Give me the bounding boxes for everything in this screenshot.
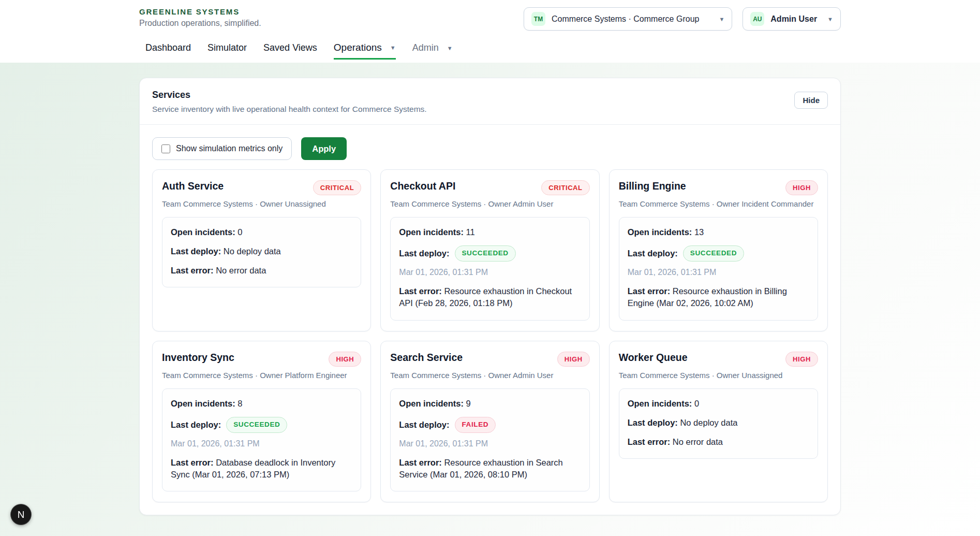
simulation-metrics-checkbox[interactable] [161, 144, 170, 153]
deploy-time: Mar 01, 2026, 01:31 PM [399, 438, 488, 450]
apply-button[interactable]: Apply [301, 137, 347, 160]
brand-tagline: Production operations, simplified. [139, 19, 261, 28]
severity-badge: HIGH [785, 352, 818, 367]
main-nav: Dashboard Simulator Saved Views Operatio… [139, 42, 841, 60]
chevron-down-icon: ▼ [447, 45, 453, 51]
metrics-box: Open incidents: 11 Last deploy: SUCCEEDE… [390, 217, 589, 321]
nav-item-operations[interactable]: Operations ▼ [334, 42, 396, 60]
open-incidents-line: Open incidents: 11 [399, 226, 581, 238]
metrics-box: Open incidents: 8 Last deploy: SUCCEEDED… [162, 388, 361, 492]
last-deploy-line: Last deploy: SUCCEEDED Mar 01, 2026, 01:… [399, 245, 581, 278]
open-incidents-line: Open incidents: 9 [399, 398, 581, 410]
service-meta: Team Commerce Systems · Owner Admin User [390, 199, 589, 208]
service-card-billing-engine: Billing Engine HIGH Team Commerce System… [609, 169, 828, 331]
nav-item-admin[interactable]: Admin ▼ [412, 42, 453, 60]
team-selector[interactable]: TM Commerce Systems · Commerce Group ▼ [524, 7, 732, 31]
services-panel: Services Service inventory with live ope… [139, 78, 841, 515]
deploy-status-badge: SUCCEEDED [683, 245, 744, 262]
last-error-line: Last error: Resource exhaustion in Searc… [399, 457, 581, 481]
last-deploy-line: Last deploy: SUCCEEDED Mar 01, 2026, 01:… [628, 245, 809, 278]
metrics-box: Open incidents: 0 Last deploy: No deploy… [162, 217, 361, 287]
service-name: Auth Service [162, 180, 224, 192]
site-header: GREENLINE SYSTEMS Production operations,… [0, 0, 980, 63]
simulation-metrics-checkbox-field[interactable]: Show simulation metrics only [152, 137, 292, 160]
service-name: Billing Engine [619, 180, 686, 192]
service-meta: Team Commerce Systems · Owner Platform E… [162, 371, 361, 380]
team-badge: TM [531, 12, 545, 26]
metrics-box: Open incidents: 0 Last deploy: No deploy… [619, 388, 818, 459]
hide-panel-button[interactable]: Hide [794, 92, 828, 109]
brand-block: GREENLINE SYSTEMS Production operations,… [139, 7, 261, 28]
severity-badge: CRITICAL [313, 180, 361, 195]
deploy-status-badge: SUCCEEDED [455, 245, 516, 262]
service-meta: Team Commerce Systems · Owner Admin User [390, 371, 589, 380]
metrics-box: Open incidents: 13 Last deploy: SUCCEEDE… [619, 217, 818, 321]
simulation-metrics-label: Show simulation metrics only [176, 144, 283, 153]
user-avatar: AU [750, 12, 764, 26]
service-card-checkout-api: Checkout API CRITICAL Team Commerce Syst… [380, 169, 599, 331]
last-error-line: Last error: No error data [628, 436, 809, 448]
deploy-status-badge: FAILED [455, 417, 496, 433]
nav-item-saved-views[interactable]: Saved Views [263, 42, 317, 60]
last-deploy-line: Last deploy: No deploy data [628, 417, 809, 429]
last-deploy-line: Last deploy: FAILED Mar 01, 2026, 01:31 … [399, 417, 581, 450]
service-card-search-service: Search Service HIGH Team Commerce System… [380, 341, 599, 503]
severity-badge: CRITICAL [541, 180, 589, 195]
deploy-status-badge: SUCCEEDED [226, 417, 287, 433]
service-card-auth-service: Auth Service CRITICAL Team Commerce Syst… [152, 169, 371, 331]
chevron-down-icon: ▼ [719, 16, 724, 22]
filter-row: Show simulation metrics only Apply [152, 137, 828, 160]
main-content: Services Service inventory with live ope… [139, 78, 841, 515]
open-incidents-line: Open incidents: 8 [171, 398, 352, 410]
panel-title: Services [152, 90, 427, 100]
deploy-time: Mar 01, 2026, 01:31 PM [628, 267, 717, 278]
severity-badge: HIGH [785, 180, 818, 195]
open-incidents-line: Open incidents: 0 [628, 398, 809, 410]
deploy-time: Mar 01, 2026, 01:31 PM [399, 267, 488, 278]
panel-header-text: Services Service inventory with live ope… [152, 90, 427, 114]
service-meta: Team Commerce Systems · Owner Unassigned [619, 371, 818, 380]
metrics-box: Open incidents: 9 Last deploy: FAILED Ma… [390, 388, 589, 492]
nav-item-simulator[interactable]: Simulator [207, 42, 247, 60]
team-selector-label: Commerce Systems · Commerce Group [552, 15, 699, 24]
nav-item-dashboard[interactable]: Dashboard [145, 42, 191, 60]
last-error-line: Last error: No error data [171, 265, 352, 277]
severity-badge: HIGH [329, 352, 361, 367]
open-incidents-line: Open incidents: 13 [628, 226, 809, 238]
service-card-worker-queue: Worker Queue HIGH Team Commerce Systems … [609, 341, 828, 503]
chevron-down-icon: ▼ [827, 16, 833, 22]
panel-subtitle: Service inventory with live operational … [152, 105, 427, 114]
last-error-line: Last error: Resource exhaustion in Check… [399, 285, 581, 309]
service-meta: Team Commerce Systems · Owner Incident C… [619, 199, 818, 208]
severity-badge: HIGH [557, 352, 590, 367]
service-card-inventory-sync: Inventory Sync HIGH Team Commerce System… [152, 341, 371, 503]
user-menu-label: Admin User [770, 15, 817, 24]
open-incidents-line: Open incidents: 0 [171, 226, 352, 238]
dev-overlay-button[interactable]: N [10, 504, 32, 525]
services-grid: Auth Service CRITICAL Team Commerce Syst… [152, 169, 828, 502]
deploy-time: Mar 01, 2026, 01:31 PM [171, 438, 260, 450]
chevron-down-icon: ▼ [390, 45, 396, 51]
last-error-line: Last error: Resource exhaustion in Billi… [628, 285, 809, 309]
user-menu[interactable]: AU Admin User ▼ [743, 7, 841, 31]
service-name: Worker Queue [619, 352, 688, 364]
last-error-line: Last error: Database deadlock in Invento… [171, 457, 352, 481]
service-meta: Team Commerce Systems · Owner Unassigned [162, 199, 361, 208]
service-name: Inventory Sync [162, 352, 234, 364]
last-deploy-line: Last deploy: SUCCEEDED Mar 01, 2026, 01:… [171, 417, 352, 450]
last-deploy-line: Last deploy: No deploy data [171, 245, 352, 257]
brand-name: GREENLINE SYSTEMS [139, 7, 261, 16]
service-name: Search Service [390, 352, 463, 364]
service-name: Checkout API [390, 180, 455, 192]
